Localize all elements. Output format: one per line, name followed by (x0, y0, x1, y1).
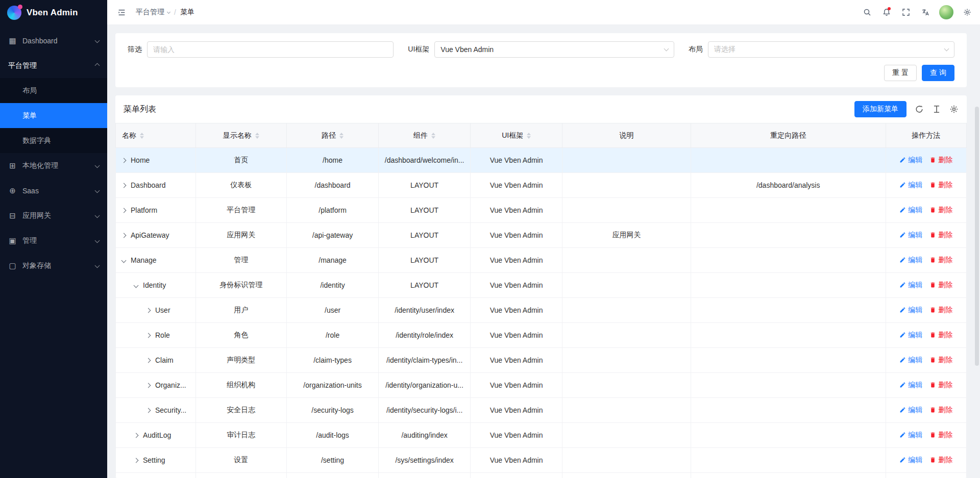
expand-row-icon[interactable] (121, 183, 127, 188)
edit-button[interactable]: 编辑 (899, 281, 922, 290)
edit-button[interactable]: 编辑 (899, 156, 922, 165)
edit-button[interactable]: 编辑 (899, 431, 922, 440)
row-height-icon[interactable] (932, 105, 941, 114)
delete-button[interactable]: 删除 (929, 281, 952, 290)
table-row[interactable]: Claim声明类型/claim-types/identity/claim-typ… (116, 348, 967, 373)
expand-row-icon[interactable] (134, 458, 139, 463)
table-row[interactable]: Manage管理/manageLAYOUTVue Vben Admin编辑删除 (116, 248, 967, 273)
table-row[interactable]: ApiGateway应用网关/api-gatewayLAYOUTVue Vben… (116, 223, 967, 248)
sidebar-item-localization[interactable]: ⊞本地化管理 (0, 153, 107, 178)
sidebar-item-object-storage[interactable]: ▢对象存储 (0, 253, 107, 278)
table-row[interactable]: Organiz...组织机构/organization-units/identi… (116, 373, 967, 398)
sidebar-subitem-layout[interactable]: 布局 (0, 78, 107, 103)
column-header-4[interactable]: UI框架 (471, 123, 562, 148)
delete-button[interactable]: 删除 (929, 156, 952, 165)
reset-button[interactable]: 重 置 (884, 65, 917, 81)
edit-button[interactable]: 编辑 (899, 231, 922, 240)
edit-button[interactable]: 编辑 (899, 181, 922, 190)
sidebar-subitem-menu[interactable]: 菜单 (0, 103, 107, 128)
delete-button[interactable]: 删除 (929, 206, 952, 215)
column-header-0[interactable]: 名称 (116, 123, 196, 148)
page-scrollbar[interactable] (974, 25, 980, 478)
column-header-1[interactable]: 显示名称 (195, 123, 286, 148)
sort-icon[interactable] (431, 133, 435, 139)
fullscreen-icon[interactable] (897, 4, 915, 21)
sort-icon[interactable] (255, 133, 259, 139)
sidebar-item-app-gateway[interactable]: ⊟应用网关 (0, 203, 107, 228)
expand-row-icon[interactable] (146, 383, 151, 388)
collapse-row-icon[interactable] (121, 258, 127, 263)
layout-select[interactable]: 请选择 (708, 41, 954, 58)
cell-component: LAYOUT (379, 248, 471, 273)
expand-row-icon[interactable] (134, 433, 139, 438)
sidebar-subitem-dictionary[interactable]: 数据字典 (0, 128, 107, 153)
edit-button[interactable]: 编辑 (899, 356, 922, 365)
delete-button[interactable]: 删除 (929, 306, 952, 315)
edit-button[interactable]: 编辑 (899, 381, 922, 390)
breadcrumb: 平台管理 / 菜单 (136, 8, 194, 17)
edit-button[interactable]: 编辑 (899, 456, 922, 465)
expand-row-icon[interactable] (146, 408, 151, 413)
notification-icon[interactable] (878, 4, 895, 21)
scrollbar-thumb[interactable] (975, 107, 979, 366)
sort-icon[interactable] (339, 133, 344, 139)
sidebar-item-dashboard[interactable]: ▦Dashboard (0, 28, 107, 53)
table-row[interactable]: User用户/user/identity/user/indexVue Vben … (116, 298, 967, 323)
edit-button[interactable]: 编辑 (899, 206, 922, 215)
column-setting-icon[interactable] (949, 105, 959, 114)
expand-row-icon[interactable] (146, 308, 151, 313)
collapse-row-icon[interactable] (134, 283, 139, 288)
edit-button[interactable]: 编辑 (899, 406, 922, 415)
table-row[interactable]: Platform平台管理/platformLAYOUTVue Vben Admi… (116, 198, 967, 223)
delete-button[interactable]: 删除 (929, 181, 952, 190)
delete-button[interactable]: 删除 (929, 256, 952, 265)
table-row[interactable]: Role角色/role/identity/role/indexVue Vben … (116, 323, 967, 348)
expand-row-icon[interactable] (146, 333, 151, 338)
sidebar-item-platform[interactable]: 平台管理 (0, 53, 107, 78)
expand-row-icon[interactable] (121, 233, 127, 238)
expand-row-icon[interactable] (121, 208, 127, 213)
column-label: 说明 (619, 131, 633, 140)
sidebar-item-saas[interactable]: ⊕Saas (0, 178, 107, 203)
delete-button[interactable]: 删除 (929, 456, 952, 465)
menu-fold-icon[interactable] (113, 4, 130, 20)
column-header-2[interactable]: 路径 (287, 123, 379, 148)
delete-button[interactable]: 删除 (929, 406, 952, 415)
delete-button[interactable]: 删除 (929, 231, 952, 240)
search-icon[interactable] (859, 4, 876, 21)
expand-row-icon[interactable] (146, 358, 151, 363)
table-row[interactable]: Identity身份标识管理/identityLAYOUTVue Vben Ad… (116, 273, 967, 298)
settings-icon[interactable] (959, 4, 976, 21)
edit-button[interactable]: 编辑 (899, 306, 922, 315)
edit-button[interactable]: 编辑 (899, 256, 922, 265)
delete-button[interactable]: 删除 (929, 381, 952, 390)
column-header-3[interactable]: 组件 (379, 123, 471, 148)
column-header-7: 操作方法 (886, 123, 966, 148)
sort-icon[interactable] (527, 133, 531, 139)
refresh-icon[interactable] (915, 105, 924, 114)
breadcrumb-current[interactable]: 菜单 (180, 8, 194, 17)
sidebar-item-manage[interactable]: ▣管理 (0, 228, 107, 253)
edit-button[interactable]: 编辑 (899, 331, 922, 340)
app-logo[interactable]: Vben Admin (0, 0, 107, 25)
table-row[interactable]: Security...安全日志/security-logs/identity/s… (116, 398, 967, 423)
delete-button[interactable]: 删除 (929, 356, 952, 365)
cell-display: 用户 (195, 298, 286, 323)
table-row[interactable]: Home首页/home/dashboard/welcome/in...Vue V… (116, 148, 967, 173)
delete-button[interactable]: 删除 (929, 331, 952, 340)
expand-row-icon[interactable] (121, 158, 127, 163)
table-row[interactable]: Dashboard仪表板/dashboardLAYOUTVue Vben Adm… (116, 173, 967, 198)
filter-input[interactable] (147, 41, 394, 58)
delete-button[interactable]: 删除 (929, 431, 952, 440)
translate-icon[interactable] (917, 4, 934, 21)
cell-path: /organization-units (287, 373, 379, 398)
table-row[interactable]: Setting设置/setting/sys/settings/indexVue … (116, 448, 967, 473)
query-button[interactable]: 查 询 (922, 65, 954, 81)
user-avatar[interactable] (939, 5, 953, 19)
filter-panel: 筛选UI框架Vue Vben Admin布局请选择 重 置 查 询 (115, 33, 967, 87)
breadcrumb-root[interactable]: 平台管理 (136, 8, 170, 17)
add-menu-button[interactable]: 添加新菜单 (854, 101, 906, 117)
ui-framework-select[interactable]: Vue Vben Admin (434, 41, 674, 58)
sort-icon[interactable] (140, 133, 144, 139)
table-row[interactable]: AuditLog审计日志/audit-logs/auditing/indexVu… (116, 423, 967, 448)
